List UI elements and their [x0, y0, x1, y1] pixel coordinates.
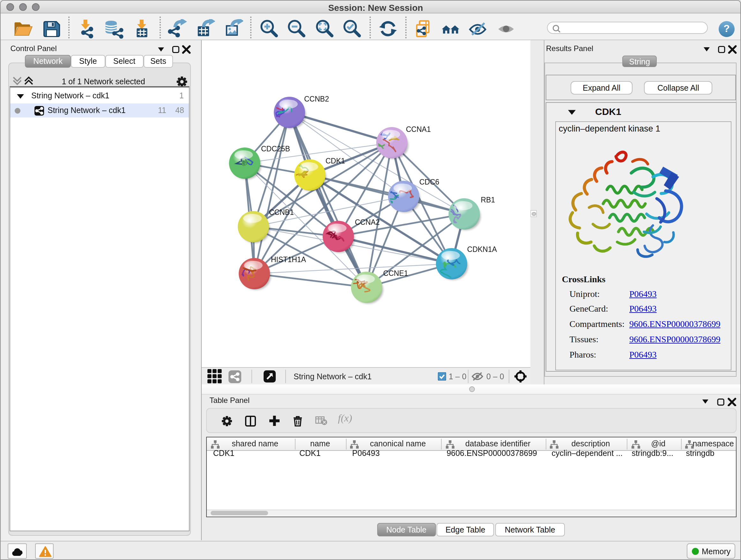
svg-text:RB1: RB1: [481, 196, 495, 204]
svg-text:HIST1H1A: HIST1H1A: [271, 255, 307, 264]
svg-text:CDC6: CDC6: [419, 178, 440, 186]
svg-text:CDK1: CDK1: [326, 157, 345, 165]
svg-text:CCNB2: CCNB2: [304, 95, 329, 103]
svg-text:CDC25B: CDC25B: [261, 145, 290, 153]
svg-text:CCNB1: CCNB1: [269, 208, 294, 216]
svg-text:CCNE1: CCNE1: [383, 269, 408, 277]
svg-text:CCNA1: CCNA1: [406, 125, 431, 133]
svg-text:CDKN1A: CDKN1A: [467, 245, 497, 253]
svg-text:CCNA2: CCNA2: [355, 218, 380, 226]
